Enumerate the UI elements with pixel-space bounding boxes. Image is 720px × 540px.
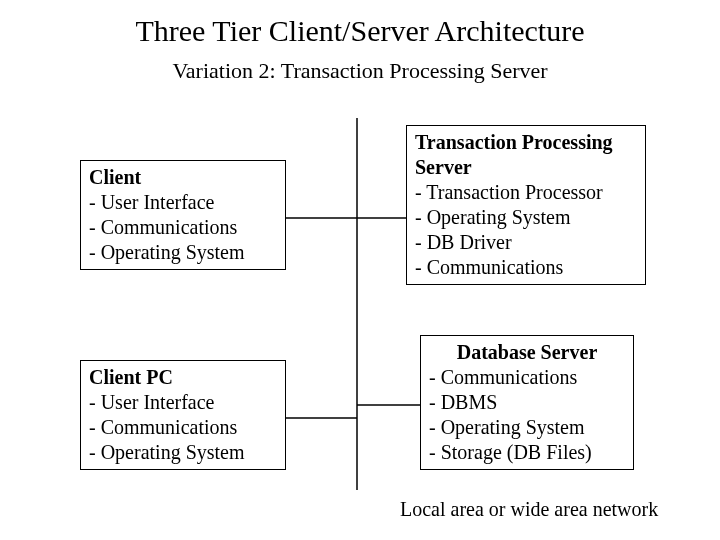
box-tp-server-item: - Operating System [415, 205, 637, 230]
box-db-server-item: - Operating System [429, 415, 625, 440]
diagram-subtitle: Variation 2: Transaction Processing Serv… [0, 58, 720, 84]
box-client-pc: Client PC - User Interface - Communicati… [80, 360, 286, 470]
box-client-item: - Operating System [89, 240, 277, 265]
box-db-server-item: - DBMS [429, 390, 625, 415]
box-tp-server-header: Transaction Processing Server [415, 130, 637, 180]
box-client-pc-item: - User Interface [89, 390, 277, 415]
box-client-item: - User Interface [89, 190, 277, 215]
box-tp-server-item: - Communications [415, 255, 637, 280]
box-db-server-header: Database Server [429, 340, 625, 365]
box-tp-server-item: - DB Driver [415, 230, 637, 255]
box-client-header: Client [89, 165, 277, 190]
box-db-server-item: - Storage (DB Files) [429, 440, 625, 465]
box-tp-server-item: - Transaction Processor [415, 180, 637, 205]
box-client-pc-item: - Operating System [89, 440, 277, 465]
box-client-pc-header: Client PC [89, 365, 277, 390]
box-tp-server: Transaction Processing Server - Transact… [406, 125, 646, 285]
box-client-pc-item: - Communications [89, 415, 277, 440]
box-db-server-item: - Communications [429, 365, 625, 390]
box-db-server: Database Server - Communications - DBMS … [420, 335, 634, 470]
diagram-title: Three Tier Client/Server Architecture [0, 14, 720, 48]
network-caption: Local area or wide area network [400, 498, 658, 521]
box-client-item: - Communications [89, 215, 277, 240]
box-client: Client - User Interface - Communications… [80, 160, 286, 270]
